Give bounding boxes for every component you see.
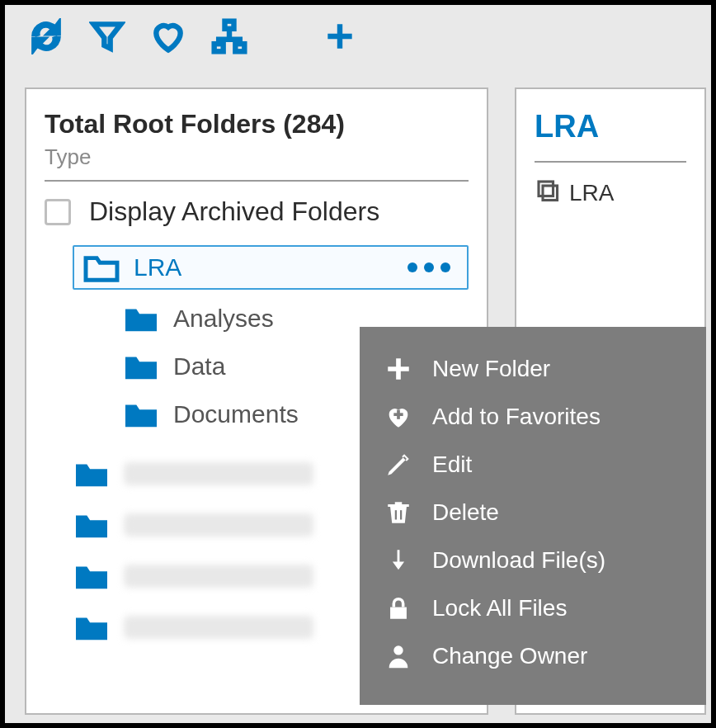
details-title: LRA bbox=[535, 109, 686, 144]
filter-icon[interactable] bbox=[89, 18, 125, 54]
folder-icon bbox=[73, 458, 111, 489]
refresh-icon[interactable] bbox=[28, 18, 64, 54]
more-icon[interactable] bbox=[407, 262, 459, 272]
plus-icon bbox=[384, 355, 412, 383]
svg-rect-3 bbox=[539, 182, 553, 196]
stack-icon bbox=[535, 177, 559, 208]
heart-icon[interactable] bbox=[150, 18, 186, 54]
blurred-label bbox=[124, 616, 313, 639]
folder-icon bbox=[73, 612, 111, 643]
menu-label: Add to Favorites bbox=[432, 404, 601, 430]
folder-icon bbox=[73, 509, 111, 541]
hierarchy-icon[interactable] bbox=[211, 18, 247, 54]
panel-title: Total Root Folders (284) bbox=[45, 109, 469, 139]
folder-label: Analyses bbox=[173, 305, 274, 333]
heart-plus-icon bbox=[384, 403, 412, 431]
menu-label: Delete bbox=[432, 499, 499, 526]
blurred-label bbox=[124, 513, 313, 537]
menu-lock[interactable]: Lock All Files bbox=[384, 584, 681, 632]
menu-edit[interactable]: Edit bbox=[384, 441, 681, 489]
person-icon bbox=[384, 642, 412, 670]
trash-icon bbox=[384, 499, 412, 527]
svg-rect-2 bbox=[235, 44, 244, 51]
add-icon[interactable] bbox=[322, 18, 358, 54]
svg-point-10 bbox=[393, 645, 403, 655]
archived-checkbox[interactable] bbox=[45, 199, 71, 225]
breadcrumb-label: LRA bbox=[569, 180, 614, 206]
menu-label: Lock All Files bbox=[432, 595, 567, 622]
folder-open-icon bbox=[82, 252, 120, 283]
context-menu: New Folder Add to Favorites Edit Delete … bbox=[360, 327, 706, 705]
download-icon bbox=[384, 546, 412, 574]
folder-label: LRA bbox=[134, 253, 394, 281]
folder-icon bbox=[73, 560, 111, 592]
breadcrumb[interactable]: LRA bbox=[535, 177, 686, 208]
toolbar bbox=[5, 5, 711, 69]
folder-icon bbox=[122, 303, 160, 334]
divider bbox=[45, 180, 469, 182]
folder-node-lra[interactable]: LRA bbox=[73, 245, 469, 290]
svg-rect-4 bbox=[543, 186, 558, 201]
svg-rect-8 bbox=[400, 510, 402, 519]
divider bbox=[535, 161, 686, 163]
archived-toggle-row: Display Archived Folders bbox=[45, 196, 469, 227]
blurred-label bbox=[124, 565, 313, 588]
panel-subtitle: Type bbox=[45, 144, 469, 170]
pencil-icon bbox=[384, 451, 412, 479]
menu-change-owner[interactable]: Change Owner bbox=[384, 632, 681, 680]
menu-label: Edit bbox=[432, 451, 472, 478]
lock-icon bbox=[384, 594, 412, 622]
blurred-label bbox=[124, 462, 313, 485]
menu-download[interactable]: Download File(s) bbox=[384, 537, 681, 584]
menu-delete[interactable]: Delete bbox=[384, 489, 681, 537]
folder-label: Data bbox=[173, 352, 225, 381]
menu-add-favorites[interactable]: Add to Favorites bbox=[384, 393, 681, 441]
menu-label: New Folder bbox=[432, 356, 550, 382]
svg-rect-6 bbox=[393, 413, 403, 416]
menu-label: Download File(s) bbox=[432, 547, 605, 574]
svg-rect-7 bbox=[395, 510, 397, 519]
folder-label: Documents bbox=[173, 400, 299, 428]
folder-icon bbox=[122, 399, 160, 430]
svg-rect-9 bbox=[390, 607, 407, 619]
menu-label: Change Owner bbox=[432, 643, 587, 669]
menu-new-folder[interactable]: New Folder bbox=[384, 345, 681, 393]
archived-label: Display Archived Folders bbox=[89, 196, 379, 227]
folder-icon bbox=[122, 351, 160, 382]
svg-rect-1 bbox=[214, 44, 224, 51]
svg-rect-0 bbox=[225, 21, 234, 29]
